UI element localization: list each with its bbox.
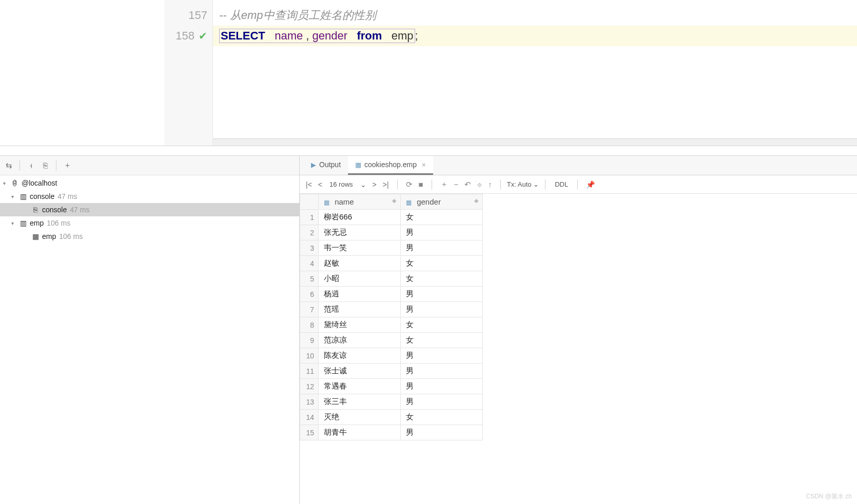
submit-icon[interactable]: ↑ [486, 180, 494, 189]
row-number: 8 [300, 317, 319, 333]
cell-name[interactable]: 灭绝 [319, 410, 401, 425]
tx-mode[interactable]: Tx: Auto ⌄ [507, 180, 539, 188]
commit-icon[interactable]: ⟐ [475, 180, 484, 189]
cell-name[interactable]: 常遇春 [319, 379, 401, 394]
remove-row-icon[interactable]: − [452, 180, 461, 189]
last-page-icon[interactable]: >| [381, 180, 391, 189]
row-number: 15 [300, 425, 319, 440]
tree-label: emp [42, 232, 56, 240]
tree-node[interactable]: ▾▥console47 ms [0, 190, 299, 203]
cell-name[interactable]: 柳岩666 [319, 210, 401, 225]
table-row[interactable]: 13张三丰男 [300, 394, 483, 410]
cell-name[interactable]: 赵敏 [319, 256, 401, 271]
tree-node[interactable]: ⎘console47 ms [0, 203, 299, 216]
horizontal-scrollbar[interactable] [213, 138, 857, 146]
filter-icon[interactable]: ⇆ [2, 159, 15, 172]
cell-gender[interactable]: 男 [401, 302, 483, 317]
result-grid[interactable]: ▦ name ◆ ▦ gender ◆ 1柳岩666女2张无忌男3韦一笑男4赵敏… [300, 194, 857, 504]
database-icon: 🛢 [10, 179, 20, 187]
table-row[interactable]: 15胡青牛男 [300, 425, 483, 440]
table-row[interactable]: 6杨逍男 [300, 287, 483, 302]
table-row[interactable]: 1柳岩666女 [300, 210, 483, 225]
cell-name[interactable]: 黛绮丝 [319, 317, 401, 333]
code-area[interactable]: -- 从emp中查询员工姓名的性别 SELECT name , gender f… [213, 0, 857, 146]
sort-icon[interactable]: ◆ [392, 197, 396, 204]
table-row[interactable]: 14灭绝女 [300, 410, 483, 425]
tree-node[interactable]: ▾▥emp106 ms [0, 216, 299, 230]
table-row[interactable]: 10陈友谅男 [300, 348, 483, 364]
gutter-line[interactable]: 157 [164, 5, 212, 26]
next-page-icon[interactable]: > [371, 180, 379, 189]
tab-output[interactable]: ▶Output [304, 156, 348, 175]
tree-node[interactable]: ▦emp106 ms [0, 230, 299, 243]
tree-root[interactable]: ▾ 🛢 @localhost [0, 176, 299, 190]
cell-gender[interactable]: 女 [401, 317, 483, 333]
add-row-icon[interactable]: ＋ [438, 179, 450, 189]
cell-name[interactable]: 范瑶 [319, 302, 401, 317]
cell-gender[interactable]: 男 [401, 379, 483, 394]
cell-name[interactable]: 张士诚 [319, 364, 401, 379]
column-header-name[interactable]: ▦ name ◆ [319, 194, 401, 210]
cell-gender[interactable]: 男 [401, 348, 483, 364]
cell-gender[interactable]: 女 [401, 210, 483, 225]
cell-name[interactable]: 张无忌 [319, 225, 401, 240]
cell-gender[interactable]: 女 [401, 256, 483, 271]
cell-gender[interactable]: 男 [401, 225, 483, 240]
cell-gender[interactable]: 男 [401, 240, 483, 256]
table-row[interactable]: 7范瑶男 [300, 302, 483, 317]
window-icon[interactable]: ⎘ [38, 159, 52, 172]
cell-gender[interactable]: 男 [401, 364, 483, 379]
cell-name[interactable]: 张三丰 [319, 394, 401, 410]
tree-timing: 47 ms [57, 192, 77, 200]
reload-icon[interactable]: ⟳ [404, 180, 415, 189]
row-number: 4 [300, 256, 319, 271]
sort-icon[interactable]: ◆ [474, 197, 478, 204]
cell-name[interactable]: 范凉凉 [319, 333, 401, 348]
table-row[interactable]: 3韦一笑男 [300, 240, 483, 256]
table-row[interactable]: 12常遇春男 [300, 379, 483, 394]
row-number-header [300, 194, 319, 210]
cell-name[interactable]: 胡青牛 [319, 425, 401, 440]
cell-gender[interactable]: 男 [401, 425, 483, 440]
result-tabs: ▶Output▦cookieshop.emp× [300, 156, 857, 175]
close-icon[interactable]: × [422, 161, 426, 169]
ddl-button[interactable]: DDL [552, 180, 571, 188]
cell-name[interactable]: 陈友谅 [319, 348, 401, 364]
row-number: 2 [300, 225, 319, 240]
cell-gender[interactable]: 女 [401, 333, 483, 348]
results-pane: ▶Output▦cookieshop.emp× |< < 16 rows ⌄ >… [300, 156, 857, 504]
revert-icon[interactable]: ↶ [462, 180, 473, 189]
code-line-active[interactable]: SELECT name , gender from emp ; [213, 26, 857, 46]
cell-gender[interactable]: 男 [401, 287, 483, 302]
pin-icon[interactable]: 📌 [584, 180, 597, 189]
bottom-panel: ⇆ ⫞ ⎘ ＋ ▾ 🛢 @localhost ▾▥console47 ms⎘co… [0, 155, 857, 504]
table-row[interactable]: 8黛绮丝女 [300, 317, 483, 333]
chevron-down-icon[interactable]: ⌄ [358, 180, 368, 189]
results-toolbar: |< < 16 rows ⌄ > >| ⟳ ■ ＋ − ↶ ⟐ ↑ Tx: Au… [300, 175, 857, 194]
cell-name[interactable]: 小昭 [319, 271, 401, 287]
tab-label: Output [319, 160, 341, 169]
cell-gender[interactable]: 女 [401, 271, 483, 287]
gutter-line[interactable]: 158 ✔ [164, 26, 212, 46]
cell-gender[interactable]: 女 [401, 410, 483, 425]
table-row[interactable]: 5小昭女 [300, 271, 483, 287]
table-row[interactable]: 11张士诚男 [300, 364, 483, 379]
table-row[interactable]: 9范凉凉女 [300, 333, 483, 348]
services-pane: ⇆ ⫞ ⎘ ＋ ▾ 🛢 @localhost ▾▥console47 ms⎘co… [0, 156, 300, 504]
table-row[interactable]: 4赵敏女 [300, 256, 483, 271]
prev-page-icon[interactable]: < [316, 180, 324, 189]
tree-timing: 106 ms [59, 232, 83, 240]
column-header-gender[interactable]: ▦ gender ◆ [401, 194, 483, 210]
cell-gender[interactable]: 男 [401, 394, 483, 410]
separator [397, 179, 398, 190]
table-row[interactable]: 2张无忌男 [300, 225, 483, 240]
cell-name[interactable]: 韦一笑 [319, 240, 401, 256]
cell-name[interactable]: 杨逍 [319, 287, 401, 302]
tab-cookieshop-emp[interactable]: ▦cookieshop.emp× [348, 156, 433, 175]
first-page-icon[interactable]: |< [304, 180, 314, 189]
add-icon[interactable]: ＋ [61, 159, 74, 172]
layout-icon[interactable]: ⫞ [24, 159, 37, 172]
code-line[interactable]: -- 从emp中查询员工姓名的性别 [213, 5, 857, 26]
rows-count[interactable]: 16 rows [326, 180, 356, 188]
stop-icon[interactable]: ■ [417, 180, 425, 189]
